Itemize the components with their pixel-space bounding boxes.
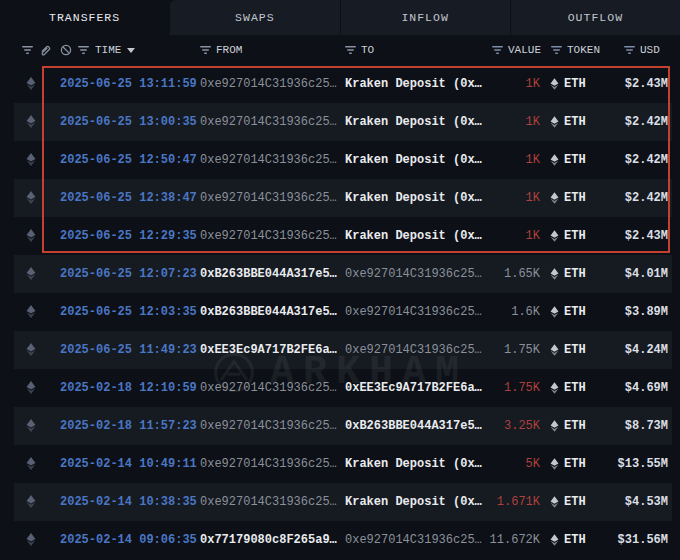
transfer-timestamp[interactable]: 2025-06-25 13:11:59 xyxy=(60,77,197,91)
token-symbol[interactable]: ETH xyxy=(564,115,586,129)
transfer-value: 5K xyxy=(526,457,540,471)
tab-transfers[interactable]: TRANSFERS xyxy=(0,0,169,35)
token-symbol[interactable]: ETH xyxy=(564,457,586,471)
transfer-value: 1.671K xyxy=(497,495,540,509)
to-address[interactable]: Kraken Deposit (0x… xyxy=(345,153,482,167)
transfer-timestamp[interactable]: 2025-06-25 12:03:35 xyxy=(60,305,197,319)
column-header-from[interactable]: FROM xyxy=(216,44,242,56)
token-symbol[interactable]: ETH xyxy=(564,381,586,395)
to-filter-icon[interactable] xyxy=(345,44,356,56)
table-row[interactable]: 2025-06-25 12:50:47 0xe927014C31936c25… … xyxy=(14,141,672,179)
column-header-to[interactable]: TO xyxy=(361,44,374,56)
token-symbol[interactable]: ETH xyxy=(564,191,586,205)
to-address[interactable]: Kraken Deposit (0x… xyxy=(345,191,482,205)
to-address[interactable]: 0xe927014C31936c25… xyxy=(345,305,482,319)
to-address[interactable]: 0xe927014C31936c25… xyxy=(345,267,482,281)
table-row[interactable]: 2025-02-18 11:57:23 0xe927014C31936c25… … xyxy=(14,407,672,445)
transfer-timestamp[interactable]: 2025-02-14 10:49:11 xyxy=(60,457,197,471)
from-address[interactable]: 0xe927014C31936c25… xyxy=(200,77,337,91)
from-address[interactable]: 0xe927014C31936c25… xyxy=(200,419,337,433)
usd-value: $31.56M xyxy=(618,533,668,547)
token-symbol[interactable]: ETH xyxy=(564,305,586,319)
from-address[interactable]: 0xEE3Ec9A717B2FE6a… xyxy=(200,343,337,357)
from-address[interactable]: 0xe927014C31936c25… xyxy=(200,153,337,167)
table-row[interactable]: 2025-02-18 12:10:59 0xe927014C31936c25… … xyxy=(14,369,672,407)
token-filter-icon[interactable] xyxy=(551,44,562,56)
eth-chain-icon xyxy=(26,229,36,243)
table-row[interactable]: 2025-06-25 13:00:35 0xe927014C31936c25… … xyxy=(14,103,672,141)
token-symbol[interactable]: ETH xyxy=(564,267,586,281)
to-address[interactable]: Kraken Deposit (0x… xyxy=(345,229,482,243)
column-header-usd[interactable]: USD xyxy=(640,44,660,56)
transfer-timestamp[interactable]: 2025-02-14 09:06:35 xyxy=(60,533,197,547)
from-address[interactable]: 0xe927014C31936c25… xyxy=(200,115,337,129)
transfer-timestamp[interactable]: 2025-06-25 12:38:47 xyxy=(60,191,197,205)
transfer-timestamp[interactable]: 2025-02-18 12:10:59 xyxy=(60,381,197,395)
token-symbol[interactable]: ETH xyxy=(564,229,586,243)
from-address[interactable]: 0x77179080c8F265a9… xyxy=(200,533,337,547)
table-row[interactable]: 2025-06-25 12:03:35 0xB263BBE044A317e5… … xyxy=(14,293,672,331)
transfer-value: 1K xyxy=(526,229,540,243)
to-address[interactable]: 0xe927014C31936c25… xyxy=(345,533,482,547)
token-symbol[interactable]: ETH xyxy=(564,153,586,167)
transfer-timestamp[interactable]: 2025-06-25 11:49:23 xyxy=(60,343,197,357)
transfer-value: 1K xyxy=(526,191,540,205)
tab-inflow[interactable]: INFLOW xyxy=(340,0,510,35)
table-row[interactable]: 2025-06-25 13:11:59 0xe927014C31936c25… … xyxy=(14,65,672,103)
to-address[interactable]: 0xe927014C31936c25… xyxy=(345,343,482,357)
transfer-timestamp[interactable]: 2025-06-25 12:29:35 xyxy=(60,229,197,243)
column-header-token[interactable]: TOKEN xyxy=(567,44,600,56)
eth-chain-icon xyxy=(26,381,36,395)
table-row[interactable]: 2025-02-14 09:06:35 0x77179080c8F265a9… … xyxy=(14,521,672,559)
table-row[interactable]: 2025-02-14 10:49:11 0xe927014C31936c25… … xyxy=(14,445,672,483)
table-row[interactable]: 2025-06-25 12:38:47 0xe927014C31936c25… … xyxy=(14,179,672,217)
paperclip-icon[interactable] xyxy=(39,44,51,56)
transfer-value: 1K xyxy=(526,153,540,167)
token-symbol[interactable]: ETH xyxy=(564,343,586,357)
token-symbol[interactable]: ETH xyxy=(564,533,586,547)
from-address[interactable]: 0xB263BBE044A317e5… xyxy=(200,305,337,319)
from-address[interactable]: 0xe927014C31936c25… xyxy=(200,381,337,395)
column-header-value[interactable]: VALUE xyxy=(508,44,541,56)
to-address[interactable]: 0xB263BBE044A317e5… xyxy=(345,419,482,433)
eth-token-icon xyxy=(550,457,559,471)
token-symbol[interactable]: ETH xyxy=(564,495,586,509)
eth-token-icon xyxy=(550,495,559,509)
token-symbol[interactable]: ETH xyxy=(564,77,586,91)
value-filter-icon[interactable] xyxy=(492,44,503,56)
column-header-time[interactable]: TIME xyxy=(95,44,135,56)
from-filter-icon[interactable] xyxy=(200,44,211,56)
usd-value: $4.53M xyxy=(625,495,668,509)
filter-icon[interactable] xyxy=(22,44,33,56)
table-row[interactable]: 2025-06-25 12:07:23 0xB263BBE044A317e5… … xyxy=(14,255,672,293)
tab-swaps[interactable]: SWAPS xyxy=(169,0,339,35)
to-address[interactable]: 0xEE3Ec9A717B2FE6a… xyxy=(345,381,482,395)
table-row[interactable]: 2025-02-14 10:38:35 0xe927014C31936c25… … xyxy=(14,483,672,521)
usd-filter-icon[interactable] xyxy=(624,44,635,56)
to-address[interactable]: Kraken Deposit (0x… xyxy=(345,115,482,129)
transfer-timestamp[interactable]: 2025-02-14 10:38:35 xyxy=(60,495,197,509)
table-row[interactable]: 2025-06-25 11:49:23 0xEE3Ec9A717B2FE6a… … xyxy=(14,331,672,369)
eth-token-icon xyxy=(550,191,559,205)
from-address[interactable]: 0xe927014C31936c25… xyxy=(200,457,337,471)
to-address[interactable]: Kraken Deposit (0x… xyxy=(345,457,482,471)
from-address[interactable]: 0xe927014C31936c25… xyxy=(200,229,337,243)
table-row[interactable]: 2025-06-25 12:29:35 0xe927014C31936c25… … xyxy=(14,217,672,255)
transfer-value: 1.75K xyxy=(504,343,540,357)
from-address[interactable]: 0xe927014C31936c25… xyxy=(200,191,337,205)
to-address[interactable]: Kraken Deposit (0x… xyxy=(345,495,482,509)
token-symbol[interactable]: ETH xyxy=(564,419,586,433)
transfer-timestamp[interactable]: 2025-06-25 12:07:23 xyxy=(60,267,197,281)
eth-chain-icon xyxy=(26,495,36,509)
from-address[interactable]: 0xe927014C31936c25… xyxy=(200,495,337,509)
transfer-timestamp[interactable]: 2025-02-18 11:57:23 xyxy=(60,419,197,433)
tab-bar: TRANSFERS SWAPS INFLOW OUTFLOW xyxy=(0,0,680,35)
usd-value: $13.55M xyxy=(618,457,668,471)
from-address[interactable]: 0xB263BBE044A317e5… xyxy=(200,267,337,281)
to-address[interactable]: Kraken Deposit (0x… xyxy=(345,77,482,91)
tab-outflow[interactable]: OUTFLOW xyxy=(510,0,680,35)
ban-icon[interactable] xyxy=(60,44,72,56)
transfer-timestamp[interactable]: 2025-06-25 12:50:47 xyxy=(60,153,197,167)
transfer-timestamp[interactable]: 2025-06-25 13:00:35 xyxy=(60,115,197,129)
time-filter-icon[interactable] xyxy=(78,44,89,56)
